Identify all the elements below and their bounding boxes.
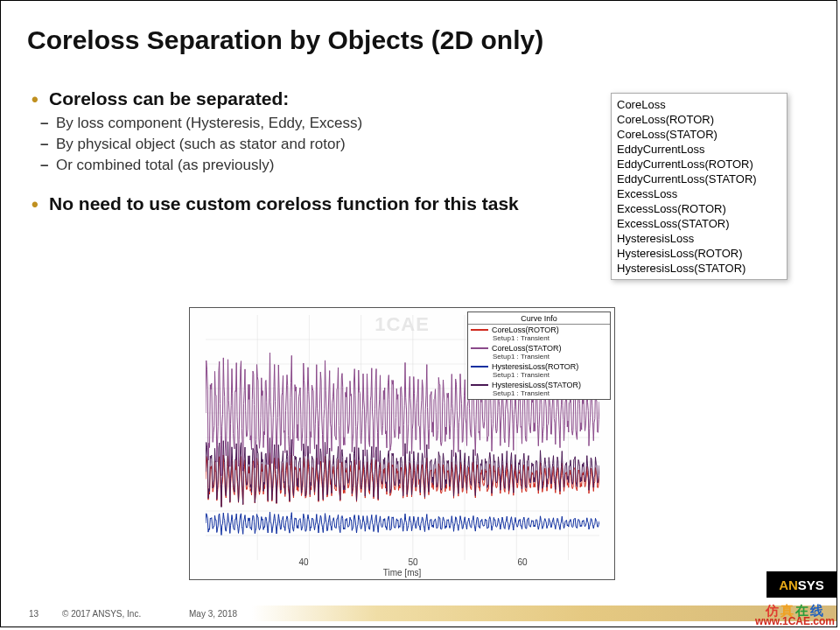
x-axis-label: Time [ms] (190, 568, 614, 578)
bullet-subitem: By physical object (such as stator and r… (56, 136, 556, 153)
list-item[interactable]: ExcessLoss (617, 186, 781, 201)
page-number: 13 (29, 609, 38, 619)
list-item[interactable]: HysteresisLoss(STATOR) (617, 261, 781, 276)
legend-entry: CoreLoss(ROTOR) (468, 325, 610, 334)
legend-swatch (471, 366, 488, 368)
legend-sublabel: Setup1 : Transient (468, 334, 610, 343)
bullet-subitem: By loss component (Hysteresis, Eddy, Exc… (56, 115, 556, 132)
chart-legend: Curve Info CoreLoss(ROTOR)Setup1 : Trans… (467, 312, 611, 400)
legend-entry: HysteresisLoss(STATOR) (468, 380, 610, 389)
ansys-logo: ANSYS (766, 571, 836, 598)
list-item[interactable]: CoreLoss(STATOR) (617, 127, 781, 142)
legend-sublabel: Setup1 : Transient (468, 389, 610, 398)
legend-swatch (471, 329, 488, 331)
bullet-item: Coreloss can be separated: (49, 88, 556, 109)
list-item[interactable]: EddyCurrentLoss (617, 142, 781, 157)
legend-swatch (471, 347, 488, 349)
list-item[interactable]: HysteresisLoss(ROTOR) (617, 246, 781, 261)
date-text: May 3, 2018 (189, 609, 237, 619)
slide-title: Coreloss Separation by Objects (2D only) (27, 25, 543, 55)
cae-badge: 仿真在线 www.1CAE.com (755, 605, 835, 627)
bullet-item: No need to use custom coreloss function … (49, 193, 556, 214)
legend-label: CoreLoss(ROTOR) (492, 326, 607, 334)
x-tick: 60 (517, 557, 527, 567)
legend-label: HysteresisLoss(STATOR) (492, 381, 607, 389)
content-block: Coreloss can be separated: By loss compo… (49, 88, 556, 220)
list-item[interactable]: EddyCurrentLoss(STATOR) (617, 172, 781, 186)
bullet-subitem: Or combined total (as previously) (56, 157, 556, 174)
copyright-text: © 2017 ANSYS, Inc. (62, 609, 141, 619)
legend-entry: HysteresisLoss(ROTOR) (468, 361, 610, 371)
legend-title: Curve Info (468, 313, 610, 325)
list-item[interactable]: CoreLoss (617, 97, 781, 112)
x-tick: 40 (298, 557, 308, 567)
legend-sublabel: Setup1 : Transient (468, 371, 610, 380)
list-item[interactable]: EddyCurrentLoss(ROTOR) (617, 157, 781, 172)
quantity-listbox[interactable]: CoreLoss CoreLoss(ROTOR) CoreLoss(STATOR… (611, 93, 788, 280)
legend-label: CoreLoss(STATOR) (492, 344, 607, 353)
list-item[interactable]: HysteresisLoss (617, 231, 781, 246)
slide: Coreloss Separation by Objects (2D only)… (0, 0, 837, 627)
list-item[interactable]: ExcessLoss(ROTOR) (617, 201, 781, 216)
coreloss-chart: 1CAE Curve Info CoreLoss(ROTOR)Setup1 : … (189, 307, 615, 580)
legend-sublabel: Setup1 : Transient (468, 353, 610, 361)
list-item[interactable]: CoreLoss(ROTOR) (617, 112, 781, 127)
list-item[interactable]: ExcessLoss(STATOR) (617, 216, 781, 231)
legend-entry: CoreLoss(STATOR) (468, 343, 610, 353)
cae-url-text: www.1CAE.com (755, 616, 835, 627)
legend-swatch (471, 384, 488, 386)
legend-label: HysteresisLoss(ROTOR) (492, 362, 607, 371)
x-tick: 50 (408, 557, 417, 567)
